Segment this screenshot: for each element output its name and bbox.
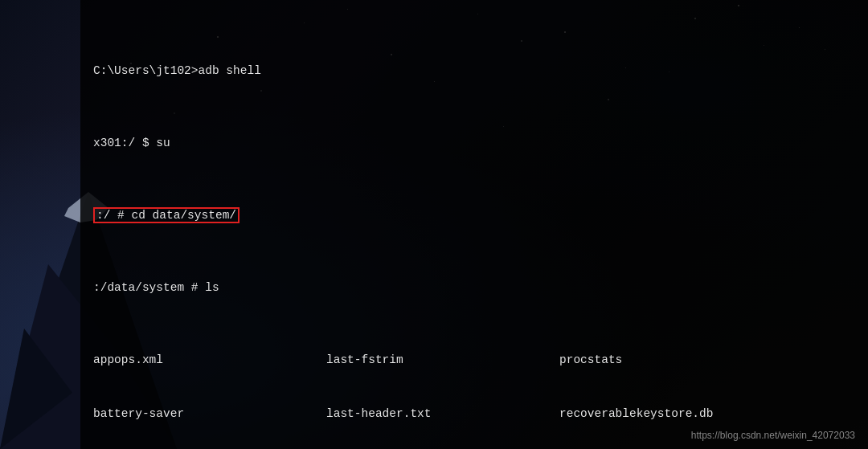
cmd-cd-highlight: :/ # cd data/system/: [93, 207, 240, 223]
terminal-window[interactable]: C:\Users\jt102>adb shell x301:/ $ su :/ …: [80, 0, 868, 449]
file-battery-saver: battery-saver: [93, 405, 326, 422]
file-appops: appops.xml: [93, 351, 326, 369]
left-background: [0, 0, 80, 449]
line-4: :/data/system # ls: [93, 279, 855, 296]
file-recoverablekeystore: recoverablekeystore.db: [559, 405, 713, 422]
file-line-appops: appops.xmllast-fstrimprocstats: [93, 351, 855, 369]
watermark: https://blog.csdn.net/weixin_42072033: [691, 430, 855, 441]
file-last-header: last-header.txt: [326, 405, 559, 422]
line-2: x301:/ $ su: [93, 134, 855, 152]
cmd-adb-shell: C:\Users\jt102>adb shell: [93, 64, 261, 77]
file-lastfstrim: last-fstrim: [326, 351, 559, 369]
cmd-su: x301:/ $ su: [93, 137, 170, 149]
cmd-ls: :/data/system # ls: [93, 281, 219, 294]
line-3-highlight: :/ # cd data/system/: [93, 206, 855, 224]
file-procstats: procstats: [559, 351, 622, 369]
terminal-content: C:\Users\jt102>adb shell x301:/ $ su :/ …: [93, 8, 855, 449]
terminal-overlay: C:\Users\jt102>adb shell x301:/ $ su :/ …: [0, 0, 868, 449]
file-line-battery-saver: battery-saverlast-header.txtrecoverablek…: [93, 405, 855, 422]
line-1: C:\Users\jt102>adb shell: [93, 62, 855, 80]
